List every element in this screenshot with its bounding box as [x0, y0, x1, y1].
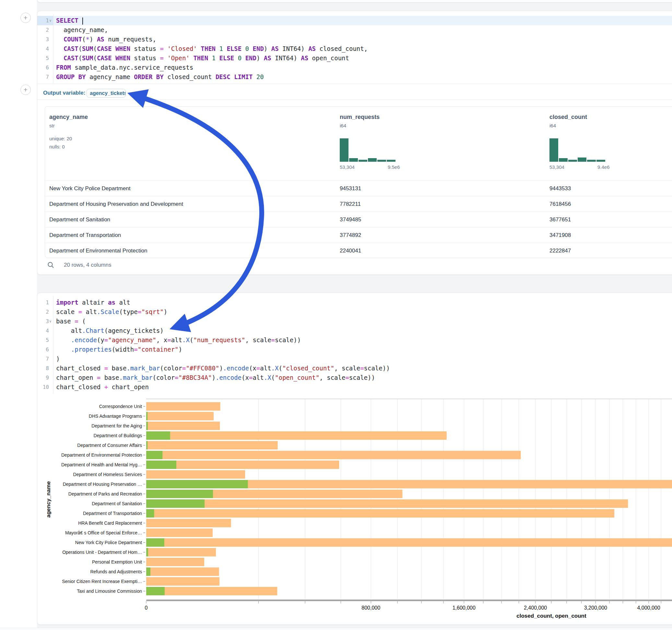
closed-count-bar[interactable]: [146, 441, 278, 450]
y-axis-label: Department of Environmental Protection: [61, 453, 142, 458]
column-type: i64: [340, 123, 346, 128]
y-axis-label: Mayorâ€ s Office of Special Enforce…: [65, 530, 142, 535]
column-meta: unique: 20: [49, 136, 72, 141]
open-count-bar[interactable]: [146, 461, 176, 469]
table-row[interactable]: Department of Environmental Protection22…: [45, 243, 672, 258]
closed-count-bar[interactable]: [146, 500, 628, 508]
histogram-bar: [349, 158, 358, 162]
sql-code-editor[interactable]: 1∨SELECT 2 agency_name,3 COUNT(*) AS num…: [37, 16, 672, 82]
sql-line-3[interactable]: 3 COUNT(*) AS num_requests,: [37, 35, 672, 44]
gutter-separator: [53, 296, 53, 393]
histogram-bar: [387, 160, 395, 162]
python-line-4[interactable]: 4 alt.Chart(agency_tickets): [37, 326, 672, 335]
column-header-num_requests[interactable]: num_requests: [340, 114, 380, 121]
code-text: ): [56, 354, 59, 364]
dataframe-rows: New York City Police Department945313194…: [45, 180, 672, 258]
closed-count-bar[interactable]: [146, 421, 220, 430]
code-text: scale = alt.Scale(type="sqrt"): [56, 307, 167, 317]
table-cell: 3749485: [340, 212, 361, 227]
fold-chevron-icon[interactable]: ∨: [49, 16, 51, 25]
dataframe-preview[interactable]: agency_namestrunique: 20nulls: 0num_requ…: [45, 106, 672, 258]
sql-cell[interactable]: 1∨SELECT 2 agency_name,3 COUNT(*) AS num…: [37, 11, 672, 275]
y-axis-label: Personal Exemption Unit: [92, 559, 142, 564]
table-row[interactable]: Department of Sanitation37494853677651: [45, 212, 672, 227]
open-count-bar[interactable]: [146, 567, 150, 576]
python-code-editor[interactable]: 1import altair as alt2scale = alt.Scale(…: [37, 298, 672, 392]
closed-count-bar[interactable]: [146, 431, 447, 440]
open-count-bar[interactable]: [146, 509, 154, 517]
python-line-6[interactable]: 6 .properties(width="container"): [37, 345, 672, 354]
output-variable-pill[interactable]: agency_tickets: [87, 89, 126, 98]
sql-line-7[interactable]: 7GROUP BY agency_name ORDER BY closed_co…: [37, 72, 672, 82]
table-cell: Department of Housing Preservation and D…: [49, 196, 183, 212]
table-cell: 3471908: [549, 227, 571, 243]
open-count-bar[interactable]: [146, 500, 205, 508]
closed-count-bar[interactable]: [146, 509, 614, 517]
chart-horizontal-scrollbar[interactable]: [146, 600, 672, 601]
line-number: 3: [37, 35, 53, 44]
open-count-bar[interactable]: [146, 587, 165, 595]
altair-bar-chart[interactable]: Correspondence UnitDHS Advantage Program…: [37, 390, 672, 625]
sql-line-1[interactable]: 1∨SELECT: [37, 16, 672, 25]
closed-count-bar[interactable]: [146, 470, 245, 479]
histogram-bar: [587, 160, 596, 162]
fold-chevron-icon[interactable]: ∨: [49, 317, 51, 326]
open-count-bar[interactable]: [146, 421, 148, 430]
closed-count-bar[interactable]: [146, 402, 220, 411]
table-row[interactable]: New York City Police Department945313194…: [45, 180, 672, 196]
search-icon[interactable]: [47, 261, 55, 270]
table-cell: 3774892: [340, 227, 361, 243]
y-axis-label: Department of Homeless Services: [73, 472, 142, 477]
x-tick-label: 2,400,000: [524, 605, 547, 610]
closed-count-bar[interactable]: [146, 587, 277, 595]
add-cell-button-output[interactable]: +: [20, 84, 31, 95]
cell-divider: [37, 99, 672, 100]
open-count-bar[interactable]: [146, 480, 248, 488]
closed-count-bar[interactable]: [146, 577, 219, 586]
sql-line-2[interactable]: 2 agency_name,: [37, 25, 672, 35]
code-text: chart_closed = base.mark_bar(color="#FFC…: [56, 364, 390, 373]
python-line-9[interactable]: 9chart_open = base.mark_bar(color="#8BC3…: [37, 373, 672, 382]
sql-line-5[interactable]: 5 CAST(SUM(CASE WHEN status = 'Open' THE…: [37, 53, 672, 63]
python-line-8[interactable]: 8chart_closed = base.mark_bar(color="#FF…: [37, 364, 672, 373]
python-cell[interactable]: 1import altair as alt2scale = alt.Scale(…: [37, 293, 672, 625]
column-header-closed_count[interactable]: closed_count: [549, 114, 587, 121]
column-type: i64: [549, 123, 556, 128]
line-number: 4: [37, 44, 53, 53]
open-count-bar[interactable]: [146, 490, 213, 498]
closed-count-bar[interactable]: [146, 558, 204, 566]
python-line-1[interactable]: 1import altair as alt: [37, 298, 672, 307]
line-number: 6: [37, 345, 53, 354]
sql-line-6[interactable]: 6FROM sample_data.nyc.service_requests: [37, 63, 672, 72]
open-count-bar[interactable]: [146, 412, 147, 420]
column-header-agency_name[interactable]: agency_name: [49, 114, 88, 121]
closed-count-bar[interactable]: [146, 451, 521, 459]
closed-count-bar[interactable]: [146, 529, 213, 537]
python-line-3[interactable]: 3∨base = (: [37, 317, 672, 326]
code-text: SELECT: [56, 16, 83, 25]
histogram-bar: [597, 160, 605, 162]
closed-count-bar[interactable]: [146, 519, 231, 527]
table-row[interactable]: Department of Housing Preservation and D…: [45, 196, 672, 212]
open-count-bar[interactable]: [146, 538, 164, 547]
closed-count-bar[interactable]: [146, 538, 672, 547]
histogram-bar: [578, 158, 586, 162]
add-cell-button-top[interactable]: +: [20, 13, 31, 23]
closed-count-bar[interactable]: [146, 412, 214, 420]
closed-count-bar[interactable]: [146, 548, 216, 556]
open-count-bar[interactable]: [146, 451, 162, 459]
open-count-bar[interactable]: [146, 431, 170, 440]
column-meta: nulls: 0: [49, 144, 65, 149]
y-axis-label: Operations Unit - Department of Hom…: [62, 550, 142, 555]
y-axis-label: Refunds and Adjustments: [90, 569, 142, 574]
open-count-bar[interactable]: [146, 548, 148, 556]
python-line-2[interactable]: 2scale = alt.Scale(type="sqrt"): [37, 307, 672, 317]
x-tick-label: 0: [145, 605, 148, 610]
python-line-7[interactable]: 7): [37, 354, 672, 364]
code-text: import altair as alt: [56, 298, 130, 307]
sql-line-4[interactable]: 4 CAST(SUM(CASE WHEN status = 'Closed' T…: [37, 44, 672, 53]
python-line-5[interactable]: 5 .encode(y="agency_name", x=alt.X("num_…: [37, 335, 672, 345]
open-count-bar[interactable]: [146, 441, 147, 450]
closed-count-bar[interactable]: [146, 567, 219, 576]
table-row[interactable]: Department of Transportation377489234719…: [45, 227, 672, 243]
